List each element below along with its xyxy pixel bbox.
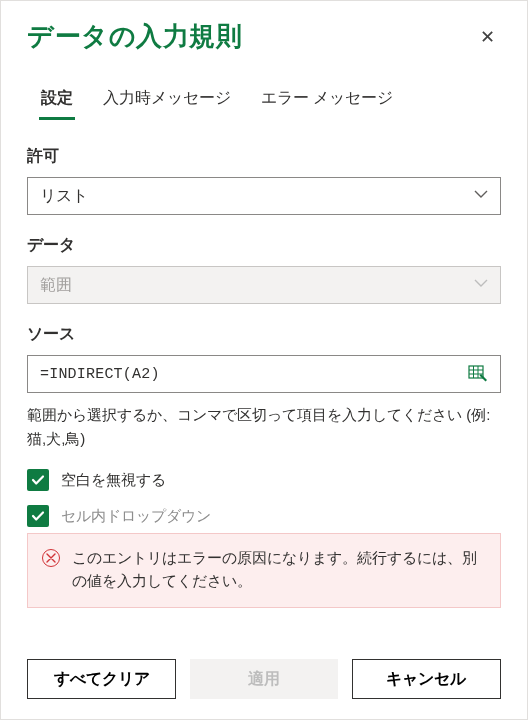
allow-label: 許可 [27,146,501,167]
source-hint: 範囲から選択するか、コンマで区切って項目を入力してください (例: 猫,犬,鳥) [27,403,501,451]
pane-header: データの入力規則 ✕ [27,19,501,54]
data-label: データ [27,235,501,256]
source-label: ソース [27,324,501,345]
error-banner: このエントリはエラーの原因になります。続行するには、別の値を入力してください。 [27,533,501,608]
clear-all-button[interactable]: すべてクリア [27,659,176,699]
tab-settings[interactable]: 設定 [39,82,75,119]
data-validation-pane: データの入力規則 ✕ 設定 入力時メッセージ エラー メッセージ 許可 リスト … [1,1,527,719]
pane-title: データの入力規則 [27,19,242,54]
data-select-value: 範囲 [40,275,72,296]
range-selector-icon[interactable] [468,365,488,383]
in-cell-dropdown-row[interactable]: セル内ドロップダウン [27,505,501,527]
ignore-blank-row[interactable]: 空白を無視する [27,469,501,491]
chevron-down-icon [474,187,488,205]
data-select: 範囲 [27,266,501,304]
tab-strip: 設定 入力時メッセージ エラー メッセージ [27,82,501,120]
source-input[interactable]: =INDIRECT(A2) [27,355,501,393]
in-cell-dropdown-checkbox[interactable] [27,505,49,527]
allow-select[interactable]: リスト [27,177,501,215]
error-icon [42,549,60,567]
error-banner-text: このエントリはエラーの原因になります。続行するには、別の値を入力してください。 [72,546,484,593]
tab-input-message[interactable]: 入力時メッセージ [101,82,233,119]
chevron-down-icon [474,276,488,294]
close-button[interactable]: ✕ [473,23,501,51]
ignore-blank-checkbox[interactable] [27,469,49,491]
in-cell-dropdown-label: セル内ドロップダウン [61,507,211,526]
footer: すべてクリア 適用 キャンセル [27,659,501,699]
source-input-value: =INDIRECT(A2) [40,366,160,383]
apply-button: 適用 [190,659,337,699]
tab-error-message[interactable]: エラー メッセージ [259,82,395,119]
cancel-button[interactable]: キャンセル [352,659,501,699]
ignore-blank-label: 空白を無視する [61,471,166,490]
allow-select-value: リスト [40,186,88,207]
